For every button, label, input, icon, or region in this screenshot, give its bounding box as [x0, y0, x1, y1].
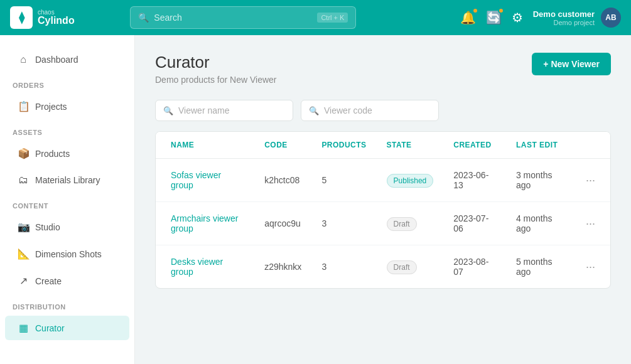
sidebar-item-projects[interactable]: 📋 Projects [5, 94, 129, 119]
state-badge: Draft [387, 217, 417, 231]
sidebar-label-products: Products [35, 149, 70, 159]
page-header-text: Curator Demo products for New Viewer [155, 53, 276, 85]
filter-search-icon-2: 🔍 [309, 106, 319, 115]
orders-section-label: ORDERS [0, 74, 134, 92]
refresh-icon-container[interactable]: 🔄 [486, 10, 502, 25]
sidebar-item-dimension-shots[interactable]: 📐 Dimension Shots [5, 242, 129, 266]
dashboard-icon: ⌂ [18, 54, 29, 65]
col-actions [571, 132, 610, 159]
row-code: z29hknkx [254, 245, 311, 289]
header-actions: 🔔 🔄 ⚙ Demo customer Demo project AB [460, 8, 621, 28]
state-badge: Published [387, 174, 434, 188]
table-row[interactable]: Sofas viewer group k2hctc08 5 Published … [156, 159, 610, 202]
table-header: NAME CODE PRODUCTS STATE CREATED LAST ED… [156, 132, 610, 159]
viewers-table-element: NAME CODE PRODUCTS STATE CREATED LAST ED… [156, 132, 610, 288]
user-name: Demo customer [533, 9, 595, 19]
sidebar-item-create[interactable]: ↗ Create [5, 269, 129, 293]
col-name: NAME [156, 132, 254, 159]
avatar[interactable]: AB [601, 8, 621, 28]
row-code: k2hctc08 [254, 159, 311, 202]
new-viewer-button[interactable]: + New Viewer [532, 53, 611, 75]
sidebar-label-materials: Materials Library [35, 175, 100, 185]
col-last-edit: LAST EDIT [506, 132, 571, 159]
row-state: Draft [377, 245, 444, 289]
user-info[interactable]: Demo customer Demo project AB [533, 8, 621, 28]
col-code: CODE [254, 132, 311, 159]
sidebar-item-dashboard[interactable]: ⌂ Dashboard [5, 48, 129, 72]
search-icon: 🔍 [138, 13, 149, 23]
user-details: Demo customer Demo project [533, 9, 595, 26]
table-scroll[interactable]: NAME CODE PRODUCTS STATE CREATED LAST ED… [156, 132, 610, 288]
viewers-table: NAME CODE PRODUCTS STATE CREATED LAST ED… [155, 131, 611, 289]
row-state: Published [377, 159, 444, 202]
create-icon: ↗ [18, 275, 29, 287]
logo-area[interactable]: ⧫ chaos Cylindo [10, 6, 75, 29]
page-subtitle: Demo products for New Viewer [155, 75, 276, 85]
row-created: 2023-07-06 [443, 202, 506, 245]
distribution-section-label: DISTRIBUTION [0, 296, 134, 313]
curator-icon: ▦ [18, 322, 29, 334]
row-more: ··· [571, 159, 610, 202]
sidebar-item-materials-library[interactable]: 🗂 Materials Library [5, 168, 129, 192]
more-options-button[interactable]: ··· [581, 171, 600, 190]
sidebar-item-studio[interactable]: 📷 Studio [5, 215, 129, 239]
table-row[interactable]: Desks viewer group z29hknkx 3 Draft 2023… [156, 245, 610, 289]
row-name: Armchairs viewer group [156, 202, 254, 245]
logo-box: ⧫ [10, 6, 33, 29]
dimension-shots-icon: 📐 [18, 248, 29, 260]
search-placeholder: Search [154, 13, 312, 23]
filter-search-icon-1: 🔍 [163, 106, 173, 115]
more-options-button[interactable]: ··· [581, 215, 600, 233]
table-body: Sofas viewer group k2hctc08 5 Published … [156, 159, 610, 289]
row-products: 3 [311, 202, 376, 245]
cylindo-label: Cylindo [38, 16, 75, 26]
sidebar: ⌂ Dashboard ORDERS 📋 Projects ASSETS 📦 P… [0, 35, 135, 364]
sidebar-item-curator[interactable]: ▦ Curator [5, 316, 129, 340]
row-created: 2023-06-13 [443, 159, 506, 202]
materials-icon: 🗂 [18, 174, 29, 186]
settings-icon: ⚙ [512, 11, 523, 24]
logo-icon: ⧫ [19, 11, 24, 24]
table-row[interactable]: Armchairs viewer group aqrcoc9u 3 Draft … [156, 202, 610, 245]
bell-icon-container[interactable]: 🔔 [460, 10, 476, 25]
row-more: ··· [571, 202, 610, 245]
more-options-button[interactable]: ··· [581, 258, 600, 276]
col-products: PRODUCTS [311, 132, 376, 159]
page-title: Curator [155, 53, 276, 72]
header: ⧫ chaos Cylindo 🔍 Search Ctrl + K 🔔 🔄 ⚙ … [0, 0, 631, 35]
row-more: ··· [571, 245, 610, 289]
body: ⌂ Dashboard ORDERS 📋 Projects ASSETS 📦 P… [0, 35, 631, 364]
main-header: Curator Demo products for New Viewer + N… [155, 53, 611, 85]
filter-row: 🔍 Viewer name 🔍 Viewer code [155, 100, 611, 121]
viewer-code-placeholder: Viewer code [324, 105, 372, 115]
row-name: Desks viewer group [156, 245, 254, 289]
settings-icon-container[interactable]: ⚙ [512, 10, 523, 25]
studio-icon: 📷 [18, 221, 29, 233]
content-section-label: CONTENT [0, 195, 134, 212]
bell-badge [472, 8, 478, 14]
row-last-edit: 3 months ago [506, 159, 571, 202]
assets-section-label: ASSETS [0, 121, 134, 139]
search-bar[interactable]: 🔍 Search Ctrl + K [130, 6, 356, 29]
row-products: 5 [311, 159, 376, 202]
viewer-code-filter[interactable]: 🔍 Viewer code [301, 100, 439, 121]
row-created: 2023-08-07 [443, 245, 506, 289]
row-code: aqrcoc9u [254, 202, 311, 245]
sidebar-label-dimension-shots: Dimension Shots [35, 249, 102, 259]
col-state: STATE [377, 132, 444, 159]
col-created: CREATED [443, 132, 506, 159]
row-products: 3 [311, 245, 376, 289]
projects-icon: 📋 [18, 100, 29, 112]
sidebar-item-products[interactable]: 📦 Products [5, 141, 129, 166]
sidebar-label-studio: Studio [35, 222, 60, 232]
row-name: Sofas viewer group [156, 159, 254, 202]
refresh-badge [498, 8, 504, 14]
row-last-edit: 5 months ago [506, 245, 571, 289]
row-last-edit: 4 months ago [506, 202, 571, 245]
state-badge: Draft [387, 260, 417, 274]
logo-text: chaos Cylindo [38, 9, 75, 26]
viewer-name-filter[interactable]: 🔍 Viewer name [155, 100, 293, 121]
user-project: Demo project [533, 19, 595, 26]
main-content: Curator Demo products for New Viewer + N… [135, 35, 631, 364]
sidebar-label-create: Create [35, 276, 62, 286]
